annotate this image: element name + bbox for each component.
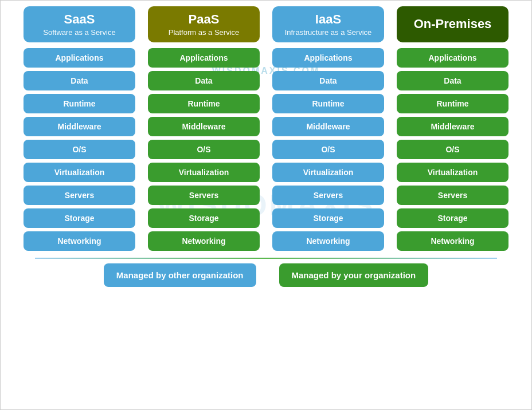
onprem-col-storage: Storage	[397, 208, 508, 228]
onprem-col-data: Data	[397, 71, 508, 90]
onprem-col-applications: Applications	[397, 48, 508, 68]
onprem-col: ApplicationsDataRuntimeMiddlewareO/SVirt…	[397, 48, 508, 251]
iaas-col: ApplicationsDataRuntimeMiddlewareO/SVirt…	[272, 48, 384, 251]
saas-col-middleware: Middleware	[24, 117, 135, 136]
onprem-title: On-Premises	[414, 17, 492, 31]
saas-col-applications: Applications	[24, 48, 135, 68]
iaas-subtitle: Infrastructure as a Service	[285, 28, 372, 37]
paas-title: PaaS	[189, 12, 220, 27]
iaas-col-storage: Storage	[272, 208, 384, 228]
paas-col-applications: Applications	[148, 48, 260, 68]
iaas-title: IaaS	[315, 12, 341, 27]
iaas-col-runtime: Runtime	[272, 94, 384, 113]
paas-col-networking: Networking	[148, 231, 260, 251]
section-divider	[35, 258, 497, 259]
saas-col-runtime: Runtime	[24, 94, 135, 113]
onprem-col-runtime: Runtime	[397, 94, 508, 113]
paas-subtitle: Platform as a Service	[169, 28, 240, 37]
saas-col-servers: Servers	[24, 186, 135, 205]
paas-col-virtualization: Virtualization	[148, 163, 260, 182]
legend-managed-own: Managed by your organization	[279, 263, 429, 287]
iaas-col-o-s: O/S	[272, 140, 384, 159]
paas-col-servers: Servers	[148, 186, 260, 205]
onprem-header: On-Premises	[397, 6, 508, 42]
paas-col-data: Data	[148, 71, 260, 90]
onprem-col-virtualization: Virtualization	[397, 163, 508, 182]
iaas-col-data: Data	[272, 71, 384, 90]
iaas-col-applications: Applications	[272, 48, 384, 68]
saas-col-virtualization: Virtualization	[24, 163, 135, 182]
onprem-col-networking: Networking	[397, 231, 508, 251]
iaas-header: IaaS Infrastructure as a Service	[272, 6, 384, 42]
iaas-col-networking: Networking	[272, 231, 384, 251]
paas-col-middleware: Middleware	[148, 117, 260, 136]
onprem-col-servers: Servers	[397, 186, 508, 205]
saas-col-storage: Storage	[24, 208, 135, 228]
paas-col-runtime: Runtime	[148, 94, 260, 113]
saas-col-networking: Networking	[24, 231, 135, 251]
saas-title: SaaS	[64, 12, 95, 27]
header-row: SaaS Software as a Service PaaS Platform…	[9, 6, 523, 42]
iaas-col-servers: Servers	[272, 186, 384, 205]
legend-managed-other: Managed by other organization	[104, 263, 256, 287]
iaas-col-middleware: Middleware	[272, 117, 384, 136]
paas-col-o-s: O/S	[148, 140, 260, 159]
saas-header: SaaS Software as a Service	[24, 6, 135, 42]
paas-header: PaaS Platform as a Service	[148, 6, 260, 42]
onprem-col-middleware: Middleware	[397, 117, 508, 136]
saas-col: ApplicationsDataRuntimeMiddlewareO/SVirt…	[24, 48, 135, 251]
onprem-col-o-s: O/S	[397, 140, 508, 159]
legend-row: Managed by other organization Managed by…	[9, 263, 523, 287]
paas-col: ApplicationsDataRuntimeMiddlewareO/SVirt…	[148, 48, 260, 251]
saas-subtitle: Software as a Service	[43, 28, 115, 37]
saas-col-data: Data	[24, 71, 135, 90]
paas-col-storage: Storage	[148, 208, 260, 228]
columns-area: ApplicationsDataRuntimeMiddlewareO/SVirt…	[9, 48, 523, 251]
iaas-col-virtualization: Virtualization	[272, 163, 384, 182]
saas-col-o-s: O/S	[24, 140, 135, 159]
